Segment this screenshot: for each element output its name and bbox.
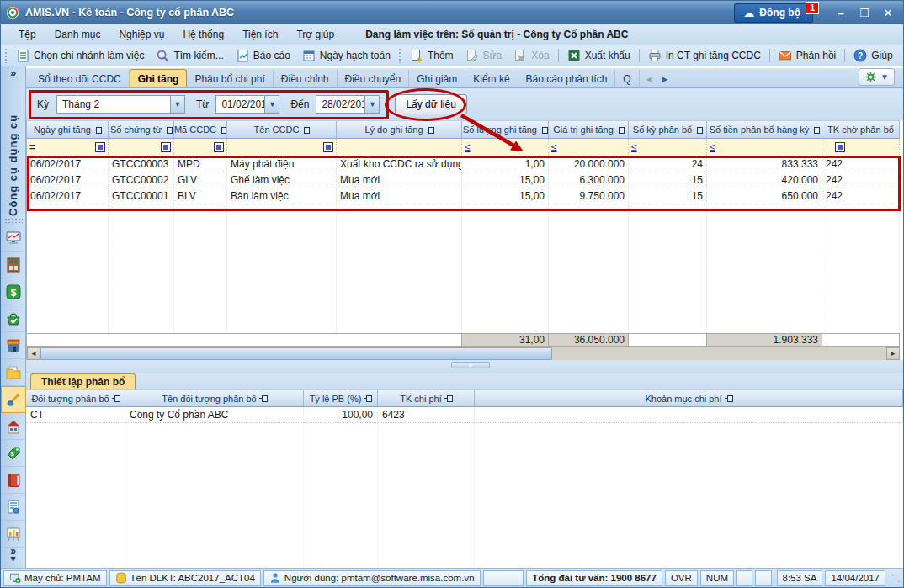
column-header[interactable]: TK chờ phân bổ [822,120,900,139]
sidebar-item-purchase-basket[interactable] [1,305,26,332]
pin-icon[interactable] [301,127,309,133]
column-header[interactable]: Giá trị ghi tăng [549,120,629,139]
print-increase-voucher-button[interactable]: In CT ghi tăng CCDC [642,47,767,64]
filter-cell[interactable] [822,139,900,156]
add-button[interactable]: Thêm [404,47,460,64]
pin-icon[interactable] [364,395,371,401]
from-date-input[interactable]: 01/02/2017 ▼ [215,95,279,114]
table-row[interactable]: 06/02/2017 GTCC00001 BLV Bàn làm việc Mu… [27,188,900,204]
filter-cell[interactable] [337,139,462,156]
tab-truncated[interactable]: Q [615,70,639,87]
column-header[interactable]: Ngày ghi tăng [27,120,109,139]
splitter-collapse-handle[interactable]: ▼ [451,362,490,368]
sync-button[interactable]: ☁ Đồng bộ 1 [734,3,813,23]
minimize-button[interactable]: – [831,7,851,19]
column-header[interactable]: Đối tượng phân bổ [26,389,125,407]
pin-icon[interactable] [164,127,172,133]
menu-danh-muc[interactable]: Danh mục [45,26,110,43]
column-header[interactable]: Tên CCDC [227,120,337,139]
scroll-left-icon[interactable]: ◄ [27,347,40,360]
sidebar-overflow-button[interactable]: »▾ [10,548,16,564]
column-header[interactable]: Lý do ghi tăng [337,120,462,139]
tab-phan-bo-chi-phi[interactable]: Phân bổ chi phí [187,70,273,87]
export-button[interactable]: Xuất khẩu [561,47,636,64]
column-header[interactable]: Khoản mục chi phí [475,389,903,407]
tab-bao-cao-phan-tich[interactable]: Báo cáo phân tích [518,70,616,87]
period-select[interactable]: Tháng 2 ▼ [56,95,185,114]
pin-icon[interactable] [259,395,267,401]
filter-cell[interactable] [174,139,227,156]
menu-nghiep-vu[interactable]: Nghiệp vụ [109,26,173,43]
sidebar-item-price-tag[interactable]: $ [1,440,26,467]
get-data-button[interactable]: Lấy dữ liệu [395,94,466,114]
pin-icon[interactable] [444,395,452,401]
sidebar-item-tools-ccdc[interactable] [1,386,26,413]
sidebar-item-house[interactable] [1,413,26,440]
sidebar-item-money-safe[interactable]: $ [1,278,26,305]
tab-ghi-giam[interactable]: Ghi giảm [409,70,465,87]
pin-icon[interactable] [426,127,433,133]
chevron-down-icon[interactable]: ▼ [364,96,379,113]
column-header[interactable]: Số tiền phân bổ hàng kỳ [707,120,822,139]
pin-icon[interactable] [112,395,120,401]
scrollbar-thumb[interactable] [40,347,552,360]
column-header[interactable]: Số lượng ghi tăng [462,120,549,139]
pin-icon[interactable] [725,395,732,401]
tab-thiet-lap-phan-bo[interactable]: Thiết lập phân bổ [30,373,136,389]
to-date-input[interactable]: 28/02/2017 ▼ [316,95,380,114]
sidebar-item-store[interactable] [1,332,26,359]
tab-kiem-ke[interactable]: Kiểm kê [465,70,518,87]
search-button[interactable]: Tìm kiếm... [150,47,229,64]
tab-dieu-chinh[interactable]: Điều chỉnh [274,70,338,87]
select-branch-button[interactable]: Chọn chi nhánh làm việc [10,47,150,64]
filter-cell[interactable]: ≤ [549,139,629,156]
help-button[interactable]: ? Giúp [848,47,898,64]
pin-icon[interactable] [694,127,702,133]
sidebar-item-cabinet[interactable] [1,252,26,278]
menu-tien-ich[interactable]: Tiện ích [233,26,287,43]
posting-date-button[interactable]: Ngày hạch toán [296,47,396,64]
pin-icon[interactable] [219,127,226,133]
menu-he-thong[interactable]: Hệ thống [173,26,233,43]
scroll-right-icon[interactable]: ► [886,347,900,360]
pin-icon[interactable] [811,127,819,133]
close-button[interactable]: ✕ [878,7,898,19]
filter-cell[interactable]: ≤ [462,139,549,156]
tab-scroll-left-icon[interactable]: ◄ [643,71,656,87]
table-row[interactable]: 06/02/2017 GTCC00002 GLV Ghế làm việc Mu… [27,172,900,188]
column-header[interactable]: Mã CCDC [174,120,227,139]
pin-icon[interactable] [616,127,624,133]
filter-cell[interactable]: ≤ [707,139,822,156]
filter-type-icon[interactable] [214,142,224,152]
tab-so-theo-doi-ccdc[interactable]: Sổ theo dõi CCDC [30,70,130,87]
report-button[interactable]: Báo cáo [230,47,296,64]
grid-settings-button[interactable]: ▼ [859,68,895,86]
chevron-down-icon[interactable]: ▼ [170,96,184,113]
sidebar-item-dashboard[interactable] [1,225,26,252]
table-row[interactable]: CT Công ty Cổ phần ABC 100,00 6423 [26,407,903,423]
sidebar-item-folder[interactable] [1,359,26,386]
filter-cell[interactable]: = [27,139,109,156]
tab-scroll-right-icon[interactable]: ► [659,71,672,87]
column-header[interactable]: TK chi phí [378,389,475,407]
column-header[interactable]: Tỷ lệ PB (%) [304,389,378,407]
pin-icon[interactable] [93,127,101,133]
column-header[interactable]: Tên đối tượng phân bổ [125,389,304,407]
sidebar-expand-button[interactable]: » [1,66,25,83]
scrollbar-track[interactable] [552,347,886,360]
menu-tro-giup[interactable]: Trợ giúp [287,26,343,43]
tab-ghi-tang[interactable]: Ghi tăng [130,69,188,87]
sidebar-item-document-stamp[interactable] [1,494,26,521]
menu-tep[interactable]: Tệp [9,26,45,43]
column-header[interactable]: Số kỳ phân bổ [629,120,707,139]
tab-dieu-chuyen[interactable]: Điều chuyển [338,70,410,87]
horizontal-scrollbar[interactable]: ◄ ► [27,347,900,360]
pane-splitter[interactable]: ▼ [26,360,903,373]
maximize-button[interactable]: ❒ [854,7,875,19]
sidebar-item-book[interactable] [1,467,26,494]
resize-grip[interactable]: ⋱ [891,573,901,584]
filter-cell[interactable] [227,139,337,156]
table-row[interactable]: 06/02/2017 GTCC00003 MPD Máy phát điện X… [27,156,900,172]
filter-type-icon[interactable] [95,142,105,152]
filter-type-icon[interactable] [835,142,845,152]
